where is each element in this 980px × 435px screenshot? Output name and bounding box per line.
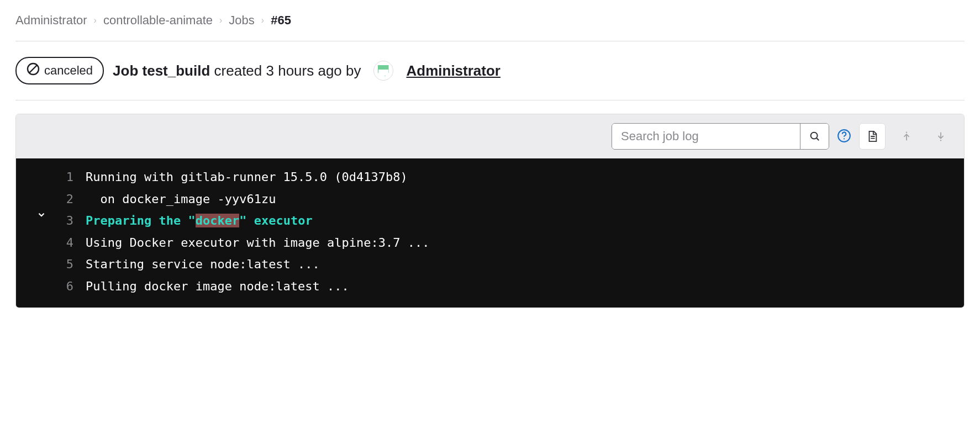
line-number[interactable]: 3: [58, 210, 86, 232]
breadcrumb-item-1[interactable]: controllable-animate: [103, 13, 213, 28]
breadcrumb-item-2[interactable]: Jobs: [229, 13, 254, 28]
breadcrumb-current: #65: [271, 13, 291, 28]
line-content: Pulling docker image node:latest ...: [86, 275, 349, 298]
chevron-down-icon: [36, 210, 46, 220]
svg-line-3: [816, 138, 819, 141]
arrow-up-icon: [900, 130, 913, 142]
help-icon[interactable]: [837, 129, 851, 145]
broken-image-icon: [378, 65, 389, 76]
author-link[interactable]: Administrator: [407, 62, 500, 79]
job-created-text: created 3 hours ago by: [210, 62, 361, 79]
job-name: test_build: [143, 62, 210, 79]
svg-point-5: [844, 138, 845, 139]
line-content: Using Docker executor with image alpine:…: [86, 232, 430, 254]
status-badge: canceled: [15, 57, 104, 84]
collapse-gutter[interactable]: [25, 210, 58, 220]
line-number[interactable]: 4: [58, 232, 86, 254]
log-line: 5Starting service node:latest ...: [16, 253, 964, 275]
arrow-down-icon: [935, 130, 947, 142]
breadcrumb: Administrator › controllable-animate › J…: [15, 13, 965, 41]
search-input[interactable]: [612, 124, 800, 149]
canceled-icon: [27, 62, 40, 79]
log-line: 1Running with gitlab-runner 15.5.0 (0d41…: [16, 166, 964, 188]
breadcrumb-item-0[interactable]: Administrator: [15, 13, 87, 28]
document-icon: [866, 130, 878, 142]
log-line: 4Using Docker executor with image alpine…: [16, 232, 964, 254]
log-line: 2 on docker_image -yyv61zu: [16, 188, 964, 210]
avatar[interactable]: [373, 61, 393, 81]
line-number[interactable]: 5: [58, 253, 86, 275]
log-toolbar: [16, 114, 964, 158]
line-number[interactable]: 2: [58, 188, 86, 210]
scroll-top-button[interactable]: [893, 123, 920, 150]
job-title: Job test_build created 3 hours ago by: [113, 62, 361, 79]
line-number[interactable]: 1: [58, 166, 86, 188]
line-content: on docker_image -yyv61zu: [86, 188, 276, 210]
line-content: Preparing the "docker" executor: [86, 210, 313, 232]
job-header: canceled Job test_build created 3 hours …: [15, 41, 965, 100]
chevron-right-icon: ›: [94, 15, 97, 25]
scroll-bottom-button[interactable]: [928, 123, 954, 150]
svg-point-8: [906, 131, 907, 132]
search-icon: [809, 130, 821, 142]
line-number[interactable]: 6: [58, 275, 86, 298]
log-body: 1Running with gitlab-runner 15.5.0 (0d41…: [16, 158, 964, 307]
job-title-prefix: Job: [113, 62, 142, 79]
log-line: 3Preparing the "docker" executor: [16, 210, 964, 232]
svg-point-11: [940, 140, 941, 141]
chevron-right-icon: ›: [219, 15, 222, 25]
search-group: [612, 123, 829, 150]
log-line: 6Pulling docker image node:latest ...: [16, 275, 964, 298]
raw-log-button[interactable]: [859, 123, 886, 150]
chevron-right-icon: ›: [261, 15, 264, 25]
log-panel: 1Running with gitlab-runner 15.5.0 (0d41…: [15, 114, 965, 308]
search-button[interactable]: [800, 124, 829, 149]
svg-line-1: [29, 65, 37, 73]
line-content: Starting service node:latest ...: [86, 253, 320, 275]
status-text: canceled: [44, 63, 93, 78]
line-content: Running with gitlab-runner 15.5.0 (0d413…: [86, 166, 408, 188]
